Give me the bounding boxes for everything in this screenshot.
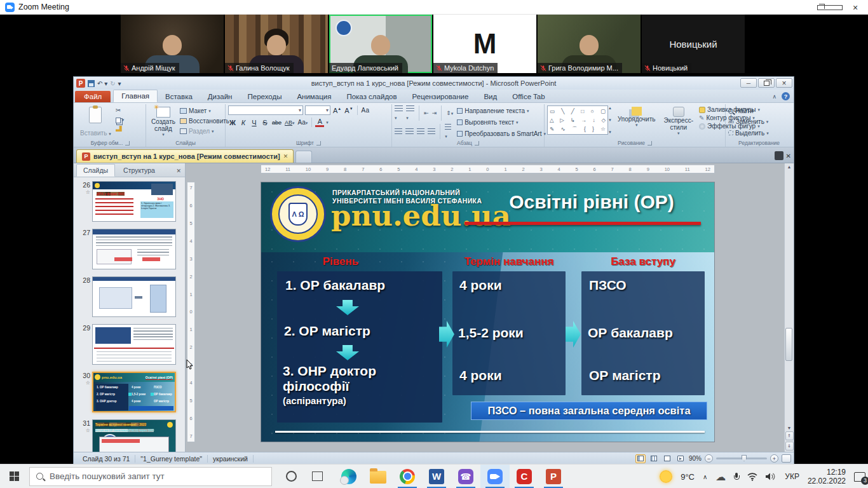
tab-slides[interactable]: Слайды xyxy=(76,164,115,177)
grow-font-button[interactable]: А▲ xyxy=(332,107,342,114)
italic-button[interactable]: К xyxy=(239,119,248,126)
shapes-scroll[interactable]: ▲▼▼ xyxy=(608,105,612,135)
office-tab-menu-icon[interactable] xyxy=(775,151,783,160)
new-document-tab[interactable] xyxy=(295,151,312,163)
participant-tile[interactable]: НовицькийНовицький xyxy=(642,15,745,73)
slide-scrollbar[interactable]: ▲ ▼ ⇑ ⇓ xyxy=(784,163,794,452)
zoom-restore-button[interactable] xyxy=(817,4,843,11)
start-button[interactable] xyxy=(0,464,28,488)
abc-strike-icon[interactable]: abe xyxy=(271,119,282,126)
line-spacing-button[interactable]: ⇕▾ xyxy=(446,110,453,116)
collapse-ribbon-icon[interactable]: ∧ xyxy=(772,93,776,100)
format-painter-button[interactable] xyxy=(116,126,125,132)
onedrive-cloud-icon[interactable]: ☁ xyxy=(715,471,726,483)
ribbon-tab-Дизайн[interactable]: Дизайн xyxy=(200,91,240,102)
font-size-combo[interactable]: ▾ xyxy=(305,105,330,115)
weather-temp[interactable]: 9°C xyxy=(681,472,695,482)
zoom-close-button[interactable]: × xyxy=(843,3,868,13)
quick-access-dropdown-icon[interactable]: ▾ xyxy=(118,80,121,87)
text-direction-button[interactable]: Направление текста▾ xyxy=(457,107,546,115)
office-tab-close-icon[interactable]: ✕ xyxy=(786,152,791,159)
undo-button[interactable]: ↶ ▾ xyxy=(97,80,107,87)
new-slide-button[interactable]: Создать слайд▾ xyxy=(149,105,178,139)
numbering-button[interactable]: ▾ xyxy=(406,105,414,121)
viber-taskbar-icon[interactable] xyxy=(451,464,480,488)
slide-thumbnail-31[interactable]: 31☆Терміни вступної кампанії - 2022Вступ… xyxy=(76,419,184,452)
ppt-restore-button[interactable] xyxy=(758,78,775,88)
ribbon-tab-Вставка[interactable]: Вставка xyxy=(158,91,200,102)
cut-button[interactable]: ✂ xyxy=(116,107,125,114)
bold-button[interactable]: Ж xyxy=(228,119,237,126)
replace-button[interactable]: abЗаменить▾ xyxy=(728,118,790,126)
slide-thumbnail-29[interactable]: 29 xyxy=(76,324,184,365)
help-icon[interactable]: ? xyxy=(782,92,790,100)
bullets-button[interactable]: ▾ xyxy=(395,105,403,121)
action-center-icon[interactable]: 3 xyxy=(854,472,865,482)
fit-to-window-button[interactable] xyxy=(782,454,791,463)
clear-formatting-button[interactable]: Аа xyxy=(361,107,370,114)
ribbon-tab-Вид[interactable]: Вид xyxy=(476,91,505,102)
keyboard-language[interactable]: УКР xyxy=(785,472,799,481)
dialog-launcher-icon[interactable] xyxy=(125,141,130,146)
ribbon-tab-Рецензирование[interactable]: Рецензирование xyxy=(405,91,477,102)
zoom-taskbar-icon[interactable] xyxy=(480,464,510,488)
align-center-button[interactable] xyxy=(405,128,413,135)
select-button[interactable]: Выделить▾ xyxy=(728,129,790,137)
explorer-taskbar-icon[interactable] xyxy=(363,464,393,488)
align-left-button[interactable] xyxy=(395,128,402,135)
participant-tile[interactable]: MMykola Dutchyn xyxy=(433,15,536,73)
dialog-launcher-icon[interactable] xyxy=(475,141,479,146)
weather-sun-icon[interactable] xyxy=(660,470,672,483)
redo-button[interactable]: ↻ xyxy=(110,80,115,87)
next-slide-button[interactable]: ⇓ xyxy=(785,442,794,451)
powerpoint-logo-icon[interactable]: P xyxy=(76,79,85,88)
ribbon-tab-Office Tab[interactable]: Office Tab xyxy=(505,91,552,102)
zoom-out-button[interactable]: − xyxy=(705,454,713,463)
normal-view-button[interactable] xyxy=(635,454,646,463)
slide-canvas[interactable]: Λ Ω ПРИКАРПАТСЬКИЙ НАЦІОНАЛЬНИЙ УНІВЕРСИ… xyxy=(261,182,715,442)
find-button[interactable]: Найти xyxy=(728,107,790,115)
tab-outline[interactable]: Структура xyxy=(116,164,162,177)
zoom-slider[interactable] xyxy=(716,458,767,459)
slide-thumbnail-26[interactable]: 26☆ДПА у формі ЗНОЗНО1. Українська мова … xyxy=(76,181,184,222)
strikethrough-button[interactable]: S xyxy=(261,119,269,126)
taskbar-search-input[interactable]: Введіть пошуковий запит тут xyxy=(29,467,272,486)
ribbon-tab-Переходы[interactable]: Переходы xyxy=(240,91,289,102)
align-right-button[interactable] xyxy=(417,128,424,135)
increase-indent-button[interactable]: ⇥ xyxy=(432,110,437,116)
align-text-button[interactable]: Выровнять текст▾ xyxy=(457,118,546,126)
section-button[interactable]: Раздел▾ xyxy=(180,127,229,135)
wifi-icon[interactable] xyxy=(747,473,757,481)
ribbon-tab-Анимация[interactable]: Анимация xyxy=(289,91,339,102)
shapes-gallery[interactable]: ▭╲╱□○▢ △▷↳→↓◇ ✎∿⌒{}☆ xyxy=(547,105,608,135)
cortana-button[interactable] xyxy=(286,471,297,482)
document-tab-close-icon[interactable]: ✕ xyxy=(283,153,288,159)
character-spacing-button[interactable]: АВ▾ xyxy=(284,119,295,126)
slideshow-button[interactable] xyxy=(675,454,686,463)
slide-scrollbar-thumb[interactable] xyxy=(785,328,792,361)
change-case-button[interactable]: Aa▾ xyxy=(297,119,309,126)
convert-smartart-button[interactable]: Преобразовать в SmartArt▾ xyxy=(457,130,546,138)
tray-chevron-icon[interactable]: ∧ xyxy=(703,473,707,480)
slide-sorter-button[interactable] xyxy=(649,454,659,463)
participant-tile[interactable]: Едуард Лапковський xyxy=(329,15,432,73)
decrease-indent-button[interactable]: ⇤ xyxy=(424,110,429,116)
ribbon-tab-Показ слайдов[interactable]: Показ слайдов xyxy=(339,91,404,102)
reading-view-button[interactable] xyxy=(662,454,672,463)
save-icon[interactable] xyxy=(88,80,95,87)
volume-icon[interactable] xyxy=(766,472,776,481)
reset-button[interactable]: Восстановить xyxy=(180,117,229,125)
slide-thumbnail-30[interactable]: 30☆pnu.edu.uaОсвітні рівні (ОР)1. ОР бак… xyxy=(76,372,184,412)
ppt-minimize-button[interactable]: ─ xyxy=(740,78,757,88)
arrange-button[interactable]: Упорядочить▾ xyxy=(615,105,658,129)
slide-thumbnail-28[interactable]: 28 xyxy=(76,276,184,317)
layout-button[interactable]: Макет▾ xyxy=(180,107,229,115)
dialog-launcher-icon[interactable] xyxy=(316,141,321,146)
slide-thumbnail-27[interactable]: 27 xyxy=(76,229,184,269)
panel-close-icon[interactable]: ✕ xyxy=(176,168,181,174)
microphone-tray-icon[interactable] xyxy=(734,473,739,481)
font-color-button[interactable]: А xyxy=(315,118,324,127)
participant-tile[interactable]: Грига Володимир М... xyxy=(538,15,641,73)
paste-button[interactable]: Вставить ▾ xyxy=(78,105,114,139)
zoom-in-button[interactable]: + xyxy=(770,454,778,463)
